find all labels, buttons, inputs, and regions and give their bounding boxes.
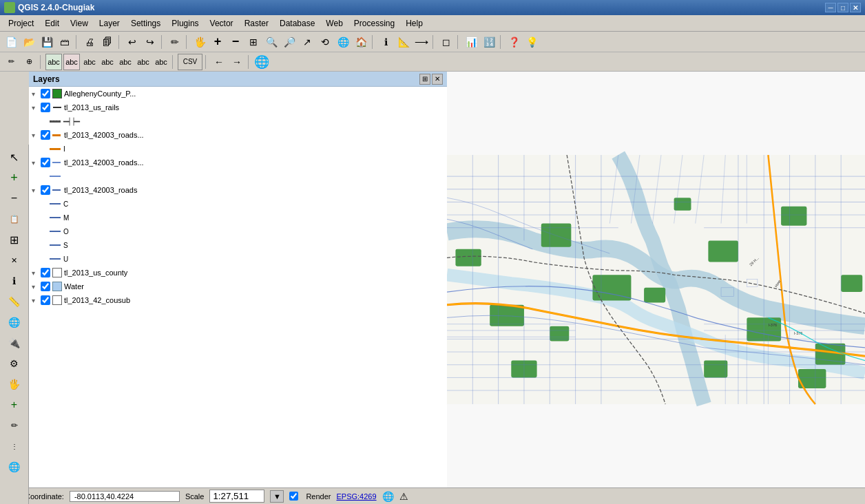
layer-item-roads3[interactable]: ▾ tl_2013_42003_roads [29, 183, 447, 197]
menu-help[interactable]: Help [400, 17, 428, 30]
zoom-layer-button[interactable]: 🌐 [335, 34, 351, 50]
move-label-button[interactable]: ⊕ [21, 54, 37, 70]
close-button[interactable]: ✕ [850, 3, 861, 12]
save-button[interactable]: 💾 [39, 34, 55, 50]
menu-processing[interactable]: Processing [348, 17, 400, 30]
measure-area-button[interactable]: ⟶ [413, 34, 430, 50]
layer-check-county[interactable] [41, 268, 50, 277]
identify-button[interactable]: ℹ [377, 34, 394, 50]
edit-label-button[interactable]: ✏ [3, 54, 19, 70]
zoom-rubber-button[interactable]: ⊞ [245, 34, 262, 50]
label-btn-4[interactable]: abc [99, 54, 116, 70]
map-area[interactable]: 29 H... How I-376 I-376 [447, 72, 865, 487]
menu-edit[interactable]: Edit [39, 17, 65, 30]
globe-button[interactable]: 🌐 [253, 54, 270, 70]
layer-item-cousub[interactable]: ▾ tl_2013_42_cousub [29, 293, 447, 307]
print-preview-button[interactable]: 🗐 [99, 34, 116, 50]
layer-check-cousub[interactable] [41, 295, 50, 305]
scale-dropdown-button[interactable]: ▼ [270, 490, 284, 503]
menu-layer[interactable]: Layer [94, 17, 125, 30]
help-button[interactable]: ❓ [506, 34, 522, 50]
select-rect-button[interactable]: ⊞ [5, 230, 24, 249]
svg-rect-6 [708, 240, 738, 262]
save-as-button[interactable]: 🗃 [56, 34, 73, 50]
layer-item-county[interactable]: ▾ tl_2013_us_county [29, 266, 447, 280]
csv-button[interactable]: CSV [178, 54, 202, 70]
menu-vector[interactable]: Vector [205, 17, 239, 30]
open-attr-button[interactable]: 📋 [5, 209, 24, 229]
svg-text:I-376: I-376 [768, 323, 777, 327]
settings-button[interactable]: ⚙ [5, 354, 24, 373]
digitize-button[interactable]: ✏ [5, 416, 24, 435]
toolbar-labeling: ✏ ⊕ abc abc abc abc abc abc abc CSV ← → … [0, 52, 865, 72]
plugin-manager-button[interactable]: 🔌 [5, 333, 24, 353]
layer-item-water[interactable]: ▾ Water [29, 280, 447, 293]
pan-button[interactable]: 🖐 [191, 34, 208, 50]
pan-map-button[interactable]: 🖐 [5, 375, 24, 394]
menu-view[interactable]: View [65, 17, 94, 30]
minimize-button[interactable]: ─ [825, 3, 836, 12]
layer-check-roads3[interactable] [41, 185, 50, 195]
layer-check-allegheny[interactable] [41, 89, 50, 98]
menu-raster[interactable]: Raster [239, 17, 274, 30]
layer-check-rails[interactable] [41, 103, 50, 112]
render-checkbox[interactable] [289, 492, 298, 501]
redo-button[interactable]: ↪ [142, 34, 158, 50]
label-btn-7[interactable]: abc [153, 54, 169, 70]
label-btn-1[interactable]: abc [45, 54, 62, 70]
menubar: Project Edit View Layer Settings Plugins… [0, 15, 865, 32]
titlebar-controls[interactable]: ─ □ ✕ [825, 3, 861, 12]
label-btn-2[interactable]: abc [63, 54, 80, 70]
open-button[interactable]: 📂 [21, 34, 37, 50]
label-btn-3[interactable]: abc [81, 54, 98, 70]
layer-check-roads2[interactable] [41, 158, 50, 167]
layers-expand-button[interactable]: ⊞ [419, 74, 430, 85]
field-calc-button[interactable]: 🔢 [481, 34, 497, 50]
layer-check-water[interactable] [41, 282, 50, 291]
epsg-value[interactable]: EPSG:4269 [336, 492, 376, 501]
measure-tool-button[interactable]: 📏 [5, 292, 24, 311]
menu-project[interactable]: Project [3, 17, 39, 30]
zoom-next-button[interactable]: ↗ [299, 34, 315, 50]
zoom-selection-button[interactable]: 🏠 [353, 34, 369, 50]
tips-button[interactable]: 💡 [523, 34, 540, 50]
new-file-button[interactable]: 📄 [3, 34, 19, 50]
maximize-button[interactable]: □ [837, 3, 848, 12]
arrow-left-btn[interactable]: ← [211, 54, 227, 70]
zoom-in-button[interactable]: + [209, 34, 226, 50]
zoom-previous-button[interactable]: 🔎 [281, 34, 298, 50]
menu-settings[interactable]: Settings [125, 17, 166, 30]
deselect-button[interactable]: ◻ [438, 34, 455, 50]
layer-item-allegheny[interactable]: ▾ AlleghenyCounty_P... [29, 87, 447, 101]
layer-item-roads2[interactable]: ▾ tl_2013_42003_roads... [29, 156, 447, 169]
label-btn-6[interactable]: abc [135, 54, 152, 70]
zoom-out-button[interactable]: − [227, 34, 244, 50]
layers-close-button[interactable]: ✕ [432, 74, 443, 85]
menu-plugins[interactable]: Plugins [166, 17, 204, 30]
layer-item-rails[interactable]: ▾ tl_2013_us_rails [29, 101, 447, 114]
zoom-pan-button[interactable]: 🔍 [263, 34, 280, 50]
layer-check-roads1[interactable] [41, 130, 50, 140]
add-wms-button[interactable]: 🌐 [5, 313, 24, 332]
zoom-in-left-button[interactable]: + [5, 395, 24, 414]
identify-features-button[interactable]: ℹ [5, 271, 24, 291]
coordinate-input[interactable] [70, 491, 180, 502]
edit-button[interactable]: ✏ [167, 34, 183, 50]
menu-database[interactable]: Database [274, 17, 320, 30]
undo-button[interactable]: ↩ [124, 34, 140, 50]
layer-item-roads1[interactable]: ▾ tl_2013_42003_roads... [29, 128, 447, 142]
arrow-right-btn[interactable]: → [229, 54, 245, 70]
deselect-all-button[interactable]: ✕ [5, 251, 24, 270]
zoom-full-button[interactable]: ⟲ [317, 34, 333, 50]
remove-layer-button[interactable]: − [5, 189, 24, 208]
menu-web[interactable]: Web [320, 17, 348, 30]
measure-button[interactable]: 📐 [395, 34, 412, 50]
add-layer-button[interactable]: + [5, 168, 24, 187]
stats-button[interactable]: 📊 [463, 34, 479, 50]
label-btn-5[interactable]: abc [117, 54, 134, 70]
print-button[interactable]: 🖨 [81, 34, 98, 50]
scale-input[interactable] [209, 490, 264, 503]
globe-left-button[interactable]: 🌐 [5, 457, 24, 476]
select-tool-button[interactable]: ↖ [5, 147, 24, 167]
more-tools-button[interactable]: ⋮ [5, 437, 24, 456]
